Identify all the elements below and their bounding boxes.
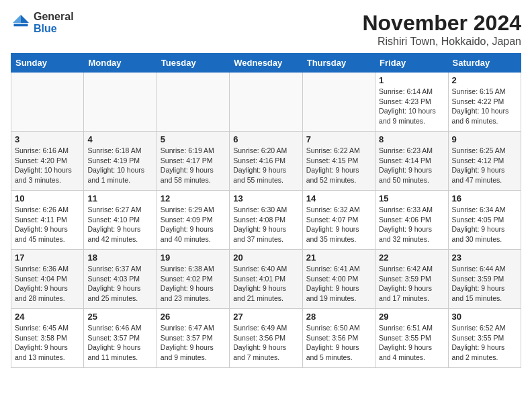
day-number: 9 bbox=[452, 134, 517, 144]
day-number: 3 bbox=[15, 134, 80, 144]
day-number: 30 bbox=[452, 312, 517, 322]
day-number: 10 bbox=[15, 193, 80, 203]
location-title: Rishiri Town, Hokkaido, Japan bbox=[362, 36, 521, 48]
calendar-cell: 22Sunrise: 6:42 AM Sunset: 3:59 PM Dayli… bbox=[375, 250, 448, 309]
day-number: 22 bbox=[379, 253, 444, 263]
day-info: Sunrise: 6:29 AM Sunset: 4:09 PM Dayligh… bbox=[161, 205, 226, 244]
day-number: 13 bbox=[233, 193, 298, 203]
day-number: 18 bbox=[87, 253, 152, 263]
calendar-cell bbox=[84, 73, 157, 132]
calendar-cell: 19Sunrise: 6:38 AM Sunset: 4:02 PM Dayli… bbox=[157, 250, 229, 309]
title-area: November 2024 Rishiri Town, Hokkaido, Ja… bbox=[362, 11, 521, 48]
calendar-cell: 25Sunrise: 6:46 AM Sunset: 3:57 PM Dayli… bbox=[84, 309, 157, 368]
day-number: 2 bbox=[452, 75, 517, 85]
logo-text: General Blue bbox=[34, 11, 74, 34]
calendar-cell: 15Sunrise: 6:33 AM Sunset: 4:06 PM Dayli… bbox=[375, 191, 448, 250]
day-info: Sunrise: 6:52 AM Sunset: 3:55 PM Dayligh… bbox=[452, 323, 517, 363]
day-info: Sunrise: 6:50 AM Sunset: 3:56 PM Dayligh… bbox=[306, 323, 371, 363]
calendar-cell: 27Sunrise: 6:49 AM Sunset: 3:56 PM Dayli… bbox=[230, 309, 302, 368]
calendar-cell: 11Sunrise: 6:27 AM Sunset: 4:10 PM Dayli… bbox=[84, 191, 157, 250]
day-number: 29 bbox=[379, 312, 444, 322]
day-number: 16 bbox=[452, 193, 517, 203]
day-number: 23 bbox=[452, 253, 517, 263]
calendar-cell: 13Sunrise: 6:30 AM Sunset: 4:08 PM Dayli… bbox=[230, 191, 302, 250]
day-info: Sunrise: 6:20 AM Sunset: 4:16 PM Dayligh… bbox=[233, 146, 298, 185]
weekday-header-wednesday: Wednesday bbox=[230, 54, 302, 73]
calendar-cell: 6Sunrise: 6:20 AM Sunset: 4:16 PM Daylig… bbox=[230, 132, 302, 191]
calendar-cell: 3Sunrise: 6:16 AM Sunset: 4:20 PM Daylig… bbox=[11, 132, 84, 191]
day-number: 6 bbox=[233, 134, 298, 144]
day-number: 20 bbox=[233, 253, 298, 263]
weekday-header-tuesday: Tuesday bbox=[157, 54, 229, 73]
calendar-cell: 4Sunrise: 6:18 AM Sunset: 4:19 PM Daylig… bbox=[84, 132, 157, 191]
day-info: Sunrise: 6:18 AM Sunset: 4:19 PM Dayligh… bbox=[87, 146, 152, 185]
day-info: Sunrise: 6:47 AM Sunset: 3:57 PM Dayligh… bbox=[161, 323, 226, 363]
logo-icon bbox=[11, 13, 31, 33]
weekday-header-sunday: Sunday bbox=[11, 54, 84, 73]
day-number: 5 bbox=[161, 134, 226, 144]
month-title: November 2024 bbox=[362, 11, 521, 36]
day-number: 19 bbox=[161, 253, 226, 263]
week-row-5: 24Sunrise: 6:45 AM Sunset: 3:58 PM Dayli… bbox=[11, 309, 521, 368]
day-info: Sunrise: 6:34 AM Sunset: 4:05 PM Dayligh… bbox=[452, 205, 517, 244]
calendar-cell: 7Sunrise: 6:22 AM Sunset: 4:15 PM Daylig… bbox=[302, 132, 375, 191]
day-number: 26 bbox=[161, 312, 226, 322]
day-info: Sunrise: 6:16 AM Sunset: 4:20 PM Dayligh… bbox=[15, 146, 80, 185]
calendar-cell: 10Sunrise: 6:26 AM Sunset: 4:11 PM Dayli… bbox=[11, 191, 84, 250]
day-info: Sunrise: 6:30 AM Sunset: 4:08 PM Dayligh… bbox=[233, 205, 298, 244]
weekday-header-row: SundayMondayTuesdayWednesdayThursdayFrid… bbox=[11, 54, 521, 73]
calendar-cell: 26Sunrise: 6:47 AM Sunset: 3:57 PM Dayli… bbox=[157, 309, 229, 368]
calendar-cell: 9Sunrise: 6:25 AM Sunset: 4:12 PM Daylig… bbox=[448, 132, 521, 191]
svg-rect-2 bbox=[14, 24, 28, 26]
logo-general-text: General bbox=[34, 11, 74, 23]
day-number: 1 bbox=[379, 75, 444, 85]
calendar-cell: 21Sunrise: 6:41 AM Sunset: 4:00 PM Dayli… bbox=[302, 250, 375, 309]
day-info: Sunrise: 6:32 AM Sunset: 4:07 PM Dayligh… bbox=[306, 205, 371, 244]
day-info: Sunrise: 6:14 AM Sunset: 4:23 PM Dayligh… bbox=[379, 87, 444, 126]
day-info: Sunrise: 6:15 AM Sunset: 4:22 PM Dayligh… bbox=[452, 87, 517, 126]
day-number: 11 bbox=[87, 193, 152, 203]
day-number: 14 bbox=[306, 193, 371, 203]
day-number: 24 bbox=[15, 312, 80, 322]
calendar-cell bbox=[230, 73, 302, 132]
calendar-cell: 5Sunrise: 6:19 AM Sunset: 4:17 PM Daylig… bbox=[157, 132, 229, 191]
day-info: Sunrise: 6:37 AM Sunset: 4:03 PM Dayligh… bbox=[87, 264, 152, 304]
svg-marker-0 bbox=[21, 15, 29, 23]
day-info: Sunrise: 6:49 AM Sunset: 3:56 PM Dayligh… bbox=[233, 323, 298, 363]
svg-marker-1 bbox=[13, 15, 21, 23]
day-info: Sunrise: 6:33 AM Sunset: 4:06 PM Dayligh… bbox=[379, 205, 444, 244]
day-number: 27 bbox=[233, 312, 298, 322]
week-row-4: 17Sunrise: 6:36 AM Sunset: 4:04 PM Dayli… bbox=[11, 250, 521, 309]
weekday-header-monday: Monday bbox=[84, 54, 157, 73]
calendar-cell: 18Sunrise: 6:37 AM Sunset: 4:03 PM Dayli… bbox=[84, 250, 157, 309]
calendar-cell: 17Sunrise: 6:36 AM Sunset: 4:04 PM Dayli… bbox=[11, 250, 84, 309]
day-info: Sunrise: 6:51 AM Sunset: 3:55 PM Dayligh… bbox=[379, 323, 444, 363]
day-number: 15 bbox=[379, 193, 444, 203]
calendar-cell: 14Sunrise: 6:32 AM Sunset: 4:07 PM Dayli… bbox=[302, 191, 375, 250]
weekday-header-thursday: Thursday bbox=[302, 54, 375, 73]
day-info: Sunrise: 6:25 AM Sunset: 4:12 PM Dayligh… bbox=[452, 146, 517, 185]
calendar-cell bbox=[157, 73, 229, 132]
day-number: 21 bbox=[306, 253, 371, 263]
day-number: 8 bbox=[379, 134, 444, 144]
week-row-2: 3Sunrise: 6:16 AM Sunset: 4:20 PM Daylig… bbox=[11, 132, 521, 191]
day-number: 25 bbox=[87, 312, 152, 322]
day-info: Sunrise: 6:46 AM Sunset: 3:57 PM Dayligh… bbox=[87, 323, 152, 363]
calendar-table: SundayMondayTuesdayWednesdayThursdayFrid… bbox=[11, 53, 521, 368]
day-info: Sunrise: 6:40 AM Sunset: 4:01 PM Dayligh… bbox=[233, 264, 298, 304]
week-row-1: 1Sunrise: 6:14 AM Sunset: 4:23 PM Daylig… bbox=[11, 73, 521, 132]
calendar-cell: 23Sunrise: 6:44 AM Sunset: 3:59 PM Dayli… bbox=[448, 250, 521, 309]
calendar-cell bbox=[302, 73, 375, 132]
calendar-cell: 12Sunrise: 6:29 AM Sunset: 4:09 PM Dayli… bbox=[157, 191, 229, 250]
weekday-header-saturday: Saturday bbox=[448, 54, 521, 73]
day-number: 28 bbox=[306, 312, 371, 322]
day-info: Sunrise: 6:44 AM Sunset: 3:59 PM Dayligh… bbox=[452, 264, 517, 304]
header: General Blue November 2024 Rishiri Town,… bbox=[11, 11, 521, 48]
day-info: Sunrise: 6:36 AM Sunset: 4:04 PM Dayligh… bbox=[15, 264, 80, 304]
calendar-cell: 16Sunrise: 6:34 AM Sunset: 4:05 PM Dayli… bbox=[448, 191, 521, 250]
calendar-cell: 2Sunrise: 6:15 AM Sunset: 4:22 PM Daylig… bbox=[448, 73, 521, 132]
day-info: Sunrise: 6:23 AM Sunset: 4:14 PM Dayligh… bbox=[379, 146, 444, 185]
day-number: 17 bbox=[15, 253, 80, 263]
logo: General Blue bbox=[11, 11, 74, 34]
day-info: Sunrise: 6:27 AM Sunset: 4:10 PM Dayligh… bbox=[87, 205, 152, 244]
